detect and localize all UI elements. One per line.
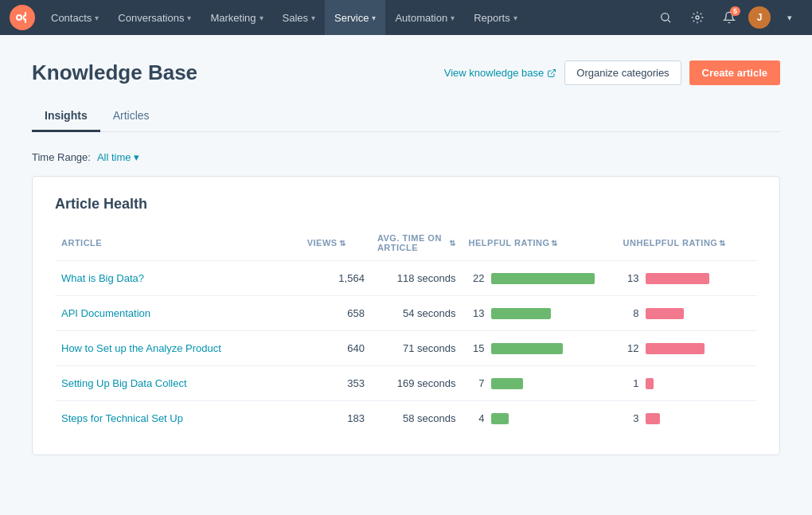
view-knowledge-base-link[interactable]: View knowledge base [444, 67, 557, 79]
views-cell: 658 [301, 296, 371, 331]
nav-reports[interactable]: Reports ▾ [464, 0, 527, 35]
helpful-cell: 4 [463, 401, 617, 436]
time-range-row: Time Range: All time ▾ [32, 151, 780, 163]
unhelpful-bar [646, 378, 654, 389]
chevron-down-icon: ▾ [513, 14, 517, 22]
views-cell: 1,564 [301, 261, 371, 296]
nav-sales[interactable]: Sales ▾ [273, 0, 326, 35]
notifications-button[interactable]: 5 [716, 5, 742, 30]
svg-point-1 [662, 14, 669, 21]
article-link[interactable]: API Documentation [61, 307, 150, 319]
unhelpful-cell: 12 [617, 331, 757, 366]
table-row: Steps for Technical Set Up 183 58 second… [55, 401, 757, 436]
helpful-cell: 15 [463, 331, 617, 366]
helpful-bar [491, 413, 509, 424]
unhelpful-cell: 1 [617, 366, 757, 401]
chevron-down-icon: ▾ [311, 14, 315, 22]
article-cell: Steps for Technical Set Up [55, 401, 301, 436]
article-cell: How to Set up the Analyze Product [55, 331, 301, 366]
th-unhelpful[interactable]: Unhelpful Rating ⇅ [617, 228, 757, 261]
unhelpful-bar [646, 413, 660, 424]
unhelpful-cell: 13 [617, 261, 757, 296]
table-header-row: Article Views ⇅ Avg. Time on Article ⇅ [55, 228, 757, 261]
helpful-bar [491, 343, 563, 354]
views-sort[interactable]: Views ⇅ [307, 238, 345, 248]
article-link[interactable]: What is Big Data? [61, 272, 144, 284]
helpful-bar [491, 308, 551, 319]
chevron-down-icon: ▾ [451, 14, 455, 22]
svg-point-2 [696, 16, 699, 19]
sort-icon: ⇅ [551, 239, 558, 248]
unhelpful-cell: 8 [617, 296, 757, 331]
table-row: API Documentation 658 54 seconds 13 8 [55, 296, 757, 331]
table-row: What is Big Data? 1,564 118 seconds 22 1… [55, 261, 757, 296]
chevron-down-icon: ▾ [134, 151, 139, 163]
chevron-down-icon: ▾ [95, 14, 99, 22]
avg-time-cell: 71 seconds [371, 331, 463, 366]
th-article: Article [55, 228, 301, 261]
article-link[interactable]: Setting Up Big Data Collect [61, 377, 187, 389]
nav-conversations[interactable]: Conversations ▾ [108, 0, 201, 35]
nav-marketing[interactable]: Marketing ▾ [201, 0, 272, 35]
article-health-title: Article Health [55, 196, 757, 213]
unhelpful-bar [646, 308, 684, 319]
account-chevron[interactable]: ▾ [777, 5, 802, 30]
notification-badge: 5 [730, 6, 740, 16]
article-cell: Setting Up Big Data Collect [55, 366, 301, 401]
th-avg-time[interactable]: Avg. Time on Article ⇅ [371, 228, 463, 261]
nav-automation[interactable]: Automation ▾ [385, 0, 464, 35]
time-range-label: Time Range: [32, 151, 91, 163]
helpful-bar [491, 273, 595, 284]
page-content: Knowledge Base View knowledge base Organ… [0, 35, 812, 481]
search-button[interactable] [653, 5, 678, 30]
article-health-card: Article Health Article Views ⇅ [32, 176, 780, 455]
avg-time-cell: 169 seconds [371, 366, 463, 401]
article-link[interactable]: How to Set up the Analyze Product [61, 342, 221, 354]
avg-time-cell: 118 seconds [371, 261, 463, 296]
article-cell: API Documentation [55, 296, 301, 331]
table-row: How to Set up the Analyze Product 640 71… [55, 331, 757, 366]
avg-time-cell: 58 seconds [371, 401, 463, 436]
helpful-bar [491, 378, 523, 389]
chevron-down-icon: ▾ [260, 14, 264, 22]
chevron-down-icon: ▾ [187, 14, 191, 22]
tabs: Insights Articles [32, 101, 780, 132]
views-cell: 353 [301, 366, 371, 401]
tab-insights[interactable]: Insights [32, 101, 100, 132]
nav-items: Contacts ▾ Conversations ▾ Marketing ▾ S… [41, 0, 653, 35]
sort-icon: ⇅ [449, 239, 456, 248]
tab-articles[interactable]: Articles [100, 101, 162, 132]
unhelpful-sort[interactable]: Unhelpful Rating ⇅ [623, 238, 726, 248]
page-header: Knowledge Base View knowledge base Organ… [32, 60, 780, 85]
avg-time-sort[interactable]: Avg. Time on Article ⇅ [377, 233, 456, 252]
hubspot-logo[interactable] [10, 5, 35, 30]
settings-button[interactable] [685, 5, 710, 30]
avatar[interactable]: J [748, 6, 771, 29]
organize-categories-button[interactable]: Organize categories [564, 60, 681, 85]
time-range-select[interactable]: All time ▾ [97, 151, 139, 163]
nav-right-actions: 5 J ▾ [653, 5, 802, 30]
avg-time-cell: 54 seconds [371, 296, 463, 331]
helpful-cell: 13 [463, 296, 617, 331]
helpful-sort[interactable]: Helpful Rating ⇅ [469, 238, 558, 248]
th-views[interactable]: Views ⇅ [301, 228, 371, 261]
external-link-icon [547, 68, 556, 78]
nav-service[interactable]: Service ▾ [325, 0, 385, 35]
article-cell: What is Big Data? [55, 261, 301, 296]
page-title: Knowledge Base [32, 60, 197, 85]
create-article-button[interactable]: Create article [689, 60, 780, 85]
th-helpful[interactable]: Helpful Rating ⇅ [463, 228, 617, 261]
table-body: What is Big Data? 1,564 118 seconds 22 1… [55, 261, 757, 436]
sort-icon: ⇅ [719, 239, 726, 248]
helpful-cell: 7 [463, 366, 617, 401]
article-link[interactable]: Steps for Technical Set Up [61, 412, 183, 424]
views-cell: 183 [301, 401, 371, 436]
nav-contacts[interactable]: Contacts ▾ [41, 0, 108, 35]
article-health-table: Article Views ⇅ Avg. Time on Article ⇅ [55, 228, 757, 435]
sort-icon: ⇅ [339, 239, 346, 248]
header-actions: View knowledge base Organize categories … [444, 60, 780, 85]
helpful-cell: 22 [463, 261, 617, 296]
table-row: Setting Up Big Data Collect 353 169 seco… [55, 366, 757, 401]
unhelpful-bar [646, 273, 709, 284]
top-navigation: Contacts ▾ Conversations ▾ Marketing ▾ S… [0, 0, 812, 35]
